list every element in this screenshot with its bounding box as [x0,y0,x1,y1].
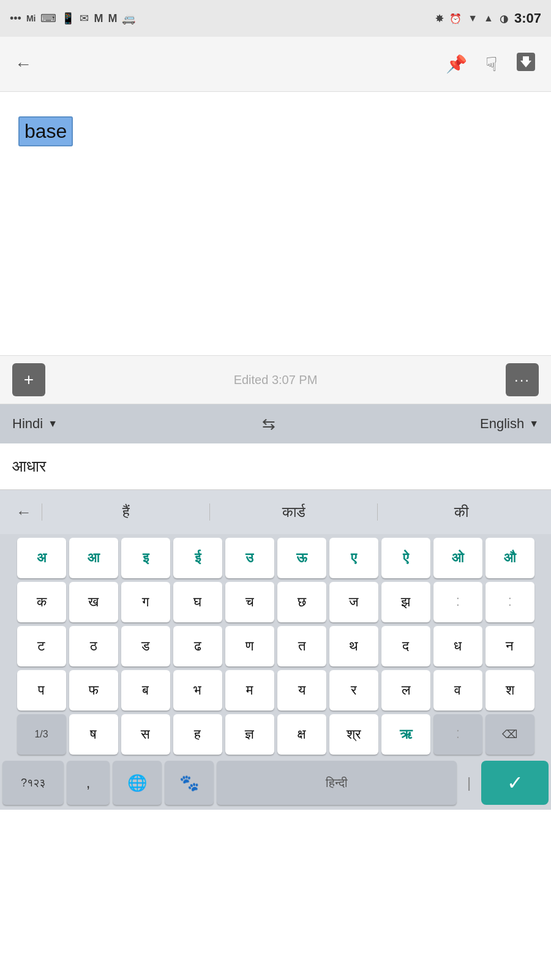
key-ga[interactable]: ग [121,582,170,622]
signal-icon: ▲ [484,13,493,24]
source-lang-arrow-icon: ▼ [48,418,58,429]
key-pa[interactable]: प [17,670,66,710]
key-ii[interactable]: ई [173,538,222,578]
gmail-icon: ✉ [80,12,89,25]
key-dot3[interactable]: ⁚ [433,714,482,755]
suggestion-item-3[interactable]: की [377,503,545,521]
key-globe[interactable]: 🌐 [113,761,162,805]
bottom-toolbar: + Edited 3:07 PM ··· [0,355,551,404]
key-ai[interactable]: ऐ [381,538,430,578]
key-jha[interactable]: झ [381,582,430,622]
key-ca[interactable]: च [225,582,274,622]
key-ba[interactable]: ब [121,670,170,710]
key-u[interactable]: उ [225,538,274,578]
selected-word[interactable]: base [18,116,73,146]
keyboard-keys: अ आ इ ई उ ऊ ए ऐ ओ औ क ख ग घ च छ ज झ ⁚ ⁚ … [0,534,551,755]
key-paw[interactable]: 🐾 [165,761,214,805]
source-language-label: Hindi [12,416,43,432]
key-uu[interactable]: ऊ [277,538,326,578]
key-da-retroflex[interactable]: ड [121,626,170,666]
alarm-icon: ⏰ [449,13,462,24]
key-gha[interactable]: घ [173,582,222,622]
key-gya[interactable]: ज्ञ [225,714,274,755]
key-row-3: ट ठ ड ढ ण त थ द ध न [2,626,549,666]
mi-icon: Mi [26,13,36,23]
key-da[interactable]: द [381,626,430,666]
key-la[interactable]: ल [381,670,430,710]
key-sha[interactable]: श [485,670,534,710]
more-button[interactable]: ··· [506,363,539,396]
keyboard-bottom-row: ?१२३ , 🌐 🐾 हिन्दी | ✓ [0,758,551,810]
key-num-switch[interactable]: 1/3 [17,714,66,755]
key-dha-retroflex[interactable]: ढ [173,626,222,666]
key-number-switch[interactable]: ?१२३ [2,761,64,805]
pin-button[interactable]: 📌 [446,54,467,74]
keyboard-area: Hindi ▼ ⇆ English ▼ आधार ← हैं कार्ड की … [0,404,551,810]
key-pha[interactable]: फ [69,670,118,710]
add-button[interactable]: + [12,363,45,396]
suggestion-item-2[interactable]: कार्ड [209,503,377,521]
key-dha[interactable]: ध [433,626,482,666]
suggestions-bar: ← हैं कार्ड की [0,490,551,534]
translation-input-area[interactable]: आधार [0,443,551,490]
key-va[interactable]: व [433,670,482,710]
key-bha[interactable]: भ [173,670,222,710]
key-ta-retroflex[interactable]: ट [17,626,66,666]
key-ksha[interactable]: क्ष [277,714,326,755]
key-a[interactable]: अ [17,538,66,578]
key-au[interactable]: औ [485,538,534,578]
key-ja[interactable]: ज [329,582,378,622]
key-ssa[interactable]: ष [69,714,118,755]
key-check[interactable]: ✓ [481,761,549,805]
key-na-retroflex[interactable]: ण [225,626,274,666]
target-language-label: English [480,416,524,432]
time-display: 3:07 [514,10,541,26]
key-aa[interactable]: आ [69,538,118,578]
suggestion-back-button[interactable]: ← [6,503,42,522]
key-ta[interactable]: त [277,626,326,666]
source-language-dropdown[interactable]: Hindi ▼ [12,416,58,432]
wifi-icon: ▼ [468,13,478,24]
key-sa[interactable]: स [121,714,170,755]
touch-button[interactable]: ☟ [485,53,497,76]
key-ra[interactable]: र [329,670,378,710]
key-tha-retroflex[interactable]: ठ [69,626,118,666]
key-dot2[interactable]: ⁚ [485,582,534,622]
key-ma[interactable]: म [225,670,274,710]
key-row-4: प फ ब भ म य र ल व श [2,670,549,710]
suggestion-item-1[interactable]: हैं [42,503,209,521]
toolbar-right: 📌 ☟ [446,51,536,77]
key-comma[interactable]: , [67,761,110,805]
edit-time: Edited 3:07 PM [234,373,318,387]
key-i[interactable]: इ [121,538,170,578]
keyboard-icon: ⌨ [40,12,56,25]
key-shra[interactable]: श्र [329,714,378,755]
key-row-2: क ख ग घ च छ ज झ ⁚ ⁚ [2,582,549,622]
delivery-icon: 🚐 [122,12,135,25]
save-button[interactable] [515,51,536,77]
translation-text: आधार [12,457,46,476]
key-spacebar[interactable]: हिन्दी [217,761,457,805]
key-ha[interactable]: ह [173,714,222,755]
key-o[interactable]: ओ [433,538,482,578]
key-pipe[interactable]: | [460,774,478,791]
key-ya[interactable]: य [277,670,326,710]
key-e[interactable]: ए [329,538,378,578]
key-na[interactable]: न [485,626,534,666]
key-tha[interactable]: थ [329,626,378,666]
status-bar: ••• Mi ⌨ 📱 ✉ M M 🚐 ✸ ⏰ ▼ ▲ ◑ 3:07 [0,0,551,37]
language-selector-bar: Hindi ▼ ⇆ English ▼ [0,404,551,443]
key-kha[interactable]: ख [69,582,118,622]
key-backspace[interactable]: ⌫ [485,714,534,755]
key-dot1[interactable]: ⁚ [433,582,482,622]
key-ka[interactable]: क [17,582,66,622]
target-language-dropdown[interactable]: English ▼ [480,416,539,432]
key-ri[interactable]: ऋ [381,714,430,755]
app-toolbar: ← 📌 ☟ [0,37,551,92]
note-content-area[interactable]: base [0,92,551,355]
key-cha[interactable]: छ [277,582,326,622]
swap-language-icon[interactable]: ⇆ [262,415,276,434]
whatsapp-icon: 📱 [61,12,75,25]
key-row-1: अ आ इ ई उ ऊ ए ऐ ओ औ [2,538,549,578]
back-button[interactable]: ← [15,55,32,74]
